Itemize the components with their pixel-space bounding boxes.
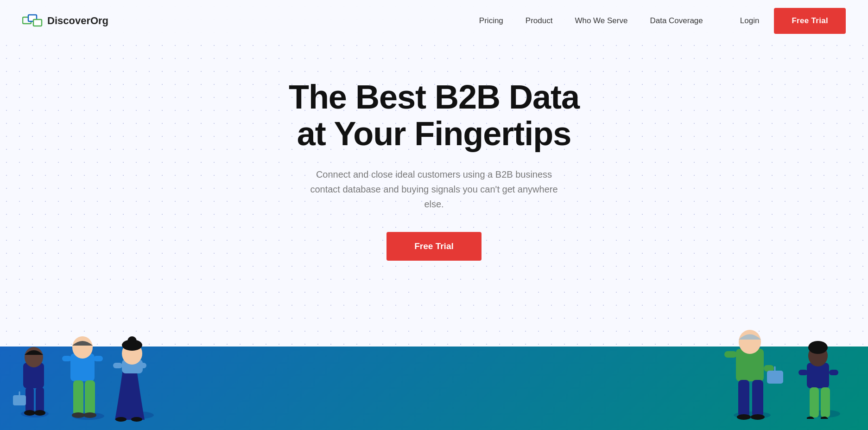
scene (0, 300, 868, 430)
svg-rect-42 (807, 363, 829, 388)
svg-point-29 (131, 417, 142, 422)
nav-link-product[interactable]: Product (526, 16, 553, 25)
nav-item-pricing[interactable]: Pricing (479, 16, 503, 26)
svg-point-41 (751, 414, 765, 420)
svg-point-25 (127, 336, 137, 346)
free-trial-hero-button[interactable]: Free Trial (386, 232, 482, 261)
svg-rect-35 (764, 365, 774, 372)
hero-title-line1: The Best B2B Data (289, 78, 579, 116)
nav-item-product[interactable]: Product (526, 16, 553, 26)
svg-point-10 (24, 410, 35, 416)
hero-title-line2: at Your Fingertips (297, 115, 571, 152)
svg-rect-9 (36, 387, 44, 413)
svg-rect-45 (798, 370, 808, 375)
nav-item-who-we-serve[interactable]: Who We Serve (575, 16, 627, 26)
svg-rect-17 (94, 356, 103, 361)
svg-point-15 (72, 336, 93, 359)
svg-rect-39 (752, 380, 763, 417)
svg-rect-18 (73, 380, 83, 415)
svg-point-21 (83, 412, 96, 418)
svg-rect-8 (25, 387, 34, 413)
svg-rect-47 (810, 387, 819, 417)
nav-link-who-we-serve[interactable]: Who We Serve (575, 16, 627, 25)
svg-rect-34 (724, 351, 737, 358)
svg-point-33 (739, 330, 761, 354)
svg-rect-46 (829, 370, 838, 375)
svg-point-20 (72, 412, 85, 418)
svg-point-40 (737, 414, 751, 420)
svg-point-7 (25, 347, 43, 367)
svg-rect-19 (85, 380, 95, 415)
svg-rect-48 (821, 387, 830, 417)
svg-rect-36 (767, 371, 783, 384)
svg-rect-16 (62, 356, 71, 361)
figures-right (692, 272, 868, 430)
svg-rect-38 (738, 380, 749, 417)
logo-text: DiscoverOrg (47, 15, 108, 27)
svg-rect-2 (33, 19, 42, 26)
svg-point-28 (115, 417, 127, 422)
svg-point-11 (34, 410, 45, 416)
nav-item-data-coverage[interactable]: Data Coverage (650, 16, 703, 26)
hero-section: The Best B2B Data at Your Fingertips Con… (0, 42, 868, 261)
svg-rect-26 (113, 363, 122, 368)
logo-icon (22, 13, 43, 28)
nav-link-pricing[interactable]: Pricing (479, 16, 503, 25)
free-trial-nav-button[interactable]: Free Trial (774, 8, 846, 34)
nav-right: Login Free Trial (740, 8, 846, 34)
login-link[interactable]: Login (740, 16, 760, 26)
svg-rect-12 (13, 395, 26, 405)
svg-point-44 (808, 341, 828, 354)
hero-title: The Best B2B Data at Your Fingertips (244, 79, 624, 152)
navbar: DiscoverOrg Pricing Product Who We Serve… (0, 0, 868, 42)
svg-rect-27 (137, 363, 146, 368)
hero-subtitle: Connect and close ideal customers using … (304, 167, 564, 212)
figures-left (0, 272, 195, 430)
logo[interactable]: DiscoverOrg (22, 13, 108, 28)
nav-links: Pricing Product Who We Serve Data Covera… (479, 16, 703, 26)
nav-link-data-coverage[interactable]: Data Coverage (650, 16, 703, 25)
